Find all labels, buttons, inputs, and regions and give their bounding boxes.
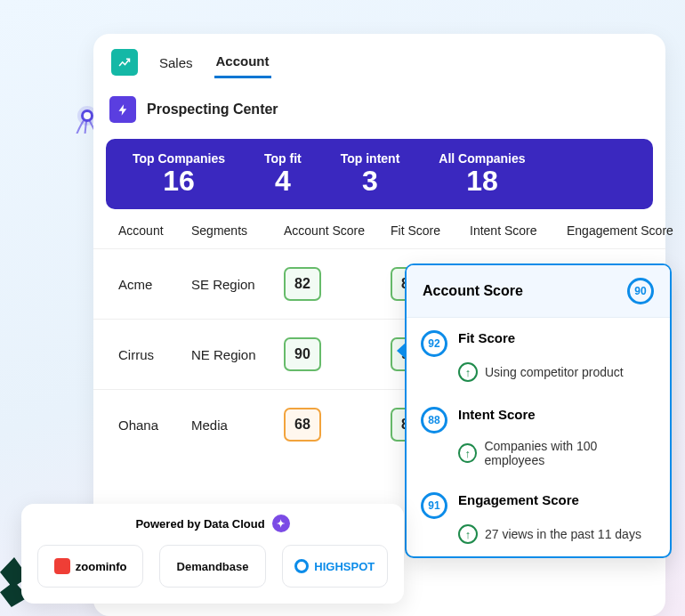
app-logo bbox=[111, 49, 138, 76]
zoominfo-icon bbox=[54, 558, 70, 574]
section-title: Prospecting Center bbox=[147, 101, 278, 118]
popover-item: 88Intent Score bbox=[407, 394, 670, 439]
connector-node-origin bbox=[81, 109, 93, 122]
col-acct-score: Account Score bbox=[284, 223, 387, 238]
source-demandbase[interactable]: Demandbase bbox=[159, 545, 265, 588]
account-score-box: 68 bbox=[284, 408, 321, 442]
account-score-box: 82 bbox=[284, 267, 321, 301]
source-zoominfo[interactable]: zoominfo bbox=[37, 545, 143, 588]
popover-score-ring: 90 bbox=[627, 278, 654, 304]
source-row: zoominfo Demandbase HIGHSPOT bbox=[37, 545, 388, 588]
source-highspot[interactable]: HIGHSPOT bbox=[282, 545, 388, 588]
highspot-icon bbox=[294, 559, 309, 573]
trend-up-icon: ↑ bbox=[458, 443, 477, 463]
cell-account: Cirrus bbox=[118, 347, 188, 362]
metrics-bar: Top Companies 16 Top fit 4 Top intent 3 … bbox=[106, 139, 653, 209]
col-fit-score: Fit Score bbox=[391, 223, 466, 238]
popover-item-sub: ↑Using competitor product bbox=[407, 362, 670, 394]
metric-top-intent[interactable]: Top intent 3 bbox=[341, 151, 400, 197]
tab-account[interactable]: Account bbox=[214, 46, 271, 78]
score-ring: 91 bbox=[421, 492, 447, 519]
col-segments: Segments bbox=[191, 223, 280, 238]
metric-all-companies[interactable]: All Companies 18 bbox=[439, 151, 525, 197]
cell-segment: NE Region bbox=[191, 347, 280, 362]
popover-item-title: Fit Score bbox=[458, 330, 515, 345]
popover-title: Account Score bbox=[423, 283, 523, 299]
cell-account: Acme bbox=[118, 277, 188, 292]
popover-item-sub: ↑Companies with 100 employees bbox=[407, 439, 670, 480]
bolt-icon bbox=[109, 96, 136, 123]
cell-segment: SE Region bbox=[191, 277, 280, 292]
account-score-box: 90 bbox=[284, 337, 321, 371]
tab-sales[interactable]: Sales bbox=[157, 48, 195, 77]
score-popover: Account Score 90 92Fit Score↑Using compe… bbox=[405, 263, 672, 558]
section-header: Prospecting Center bbox=[93, 78, 665, 134]
popover-item-title: Engagement Score bbox=[458, 492, 579, 507]
cell-segment: Media bbox=[191, 417, 280, 433]
col-engagement: Engagement Score bbox=[567, 223, 685, 238]
cell-account: Ohana bbox=[118, 417, 188, 433]
popover-header: Account Score 90 bbox=[407, 265, 670, 318]
data-cloud-icon: ✦ bbox=[272, 515, 290, 532]
metric-top-companies[interactable]: Top Companies 16 bbox=[133, 151, 225, 197]
data-cloud-card: Powered by Data Cloud ✦ zoominfo Demandb… bbox=[21, 504, 404, 604]
trend-up-icon: ↑ bbox=[458, 524, 478, 544]
powered-by: Powered by Data Cloud ✦ bbox=[37, 513, 388, 545]
col-account: Account bbox=[118, 223, 188, 238]
trend-up-icon: ↑ bbox=[458, 362, 478, 382]
score-ring: 88 bbox=[421, 407, 447, 434]
popover-item: 92Fit Score bbox=[407, 318, 670, 362]
tab-bar: Sales Account bbox=[93, 46, 665, 78]
table-header: Account Segments Account Score Fit Score… bbox=[93, 209, 665, 248]
popover-item-title: Intent Score bbox=[458, 407, 536, 422]
score-ring: 92 bbox=[421, 330, 447, 357]
col-intent: Intent Score bbox=[470, 223, 563, 238]
popover-item-sub: ↑27 views in the past 11 days bbox=[407, 524, 670, 556]
popover-item: 91Engagement Score bbox=[407, 480, 670, 524]
metric-top-fit[interactable]: Top fit 4 bbox=[264, 151, 302, 197]
